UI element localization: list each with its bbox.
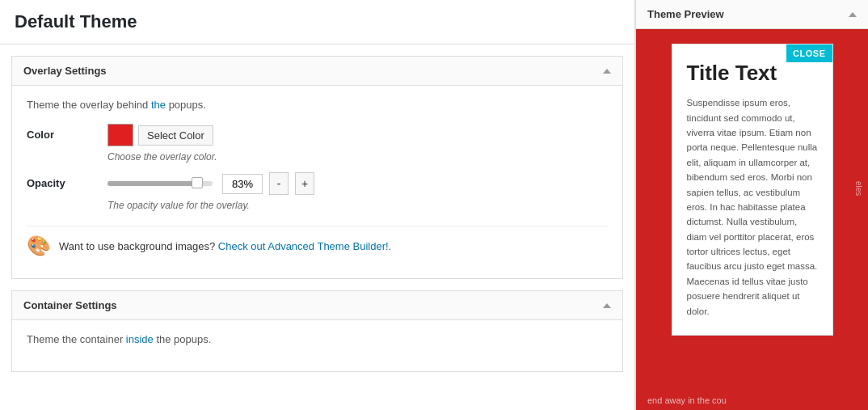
opacity-hint: The opacity value for the overlay. bbox=[107, 200, 608, 211]
overlay-section-title: Overlay Settings bbox=[23, 65, 107, 77]
preview-side-text: eles bbox=[854, 181, 863, 196]
select-color-button[interactable]: Select Color bbox=[138, 125, 213, 146]
color-field-row: Color Select Color Choose the overlay co… bbox=[27, 124, 608, 163]
preview-footer-text: end away in the cou bbox=[647, 395, 727, 405]
overlay-collapse-icon[interactable] bbox=[603, 69, 611, 74]
page-title: Default Theme bbox=[15, 11, 620, 32]
overlay-settings-section: Overlay Settings Theme the overlay behin… bbox=[11, 56, 623, 279]
preview-card: CLOSE Title Text Suspendisse ipsum eros,… bbox=[672, 44, 833, 336]
color-label: Color bbox=[27, 124, 107, 141]
right-panel: Theme Preview CLOSE Title Text Suspendis… bbox=[635, 0, 868, 410]
opacity-label: Opacity bbox=[27, 172, 107, 189]
color-hint: Choose the overlay color. bbox=[107, 151, 608, 163]
opacity-slider-thumb[interactable] bbox=[192, 177, 203, 188]
container-settings-section: Container Settings Theme the container i… bbox=[11, 290, 623, 372]
color-swatch[interactable] bbox=[107, 124, 133, 146]
container-collapse-icon[interactable] bbox=[603, 303, 611, 308]
promo-icon: 🎨 bbox=[27, 235, 51, 257]
color-row: Select Color bbox=[107, 124, 608, 146]
container-section-header: Container Settings bbox=[12, 291, 622, 320]
promo-link[interactable]: Check out Advanced Theme Builder!. bbox=[218, 240, 391, 252]
preview-title: Theme Preview bbox=[647, 8, 724, 20]
overlay-section-header: Overlay Settings bbox=[12, 57, 622, 86]
container-section-title: Container Settings bbox=[23, 299, 117, 311]
opacity-control-row: - + bbox=[107, 172, 608, 195]
color-field-content: Select Color Choose the overlay color. bbox=[107, 124, 608, 163]
preview-card-title: Title Text bbox=[687, 61, 818, 86]
opacity-field-row: Opacity - + The opacity value for the ov… bbox=[27, 172, 608, 211]
preview-close-button[interactable]: CLOSE bbox=[786, 44, 832, 62]
opacity-slider-fill bbox=[107, 181, 195, 186]
promo-text: Want to use background images? Check out… bbox=[59, 240, 391, 252]
preview-body: CLOSE Title Text Suspendisse ipsum eros,… bbox=[636, 29, 868, 410]
opacity-plus-button[interactable]: + bbox=[295, 172, 314, 195]
container-section-body: Theme the container inside the popups. bbox=[12, 320, 622, 371]
opacity-slider-track[interactable] bbox=[107, 181, 213, 186]
container-description: Theme the container inside the popups. bbox=[27, 333, 608, 345]
promo-row: 🎨 Want to use background images? Check o… bbox=[27, 226, 608, 265]
preview-collapse-icon[interactable] bbox=[849, 12, 857, 17]
overlay-section-body: Theme the overlay behind the popups. Col… bbox=[12, 86, 622, 278]
page-title-bar: Default Theme bbox=[0, 0, 634, 44]
preview-header: Theme Preview bbox=[636, 0, 868, 29]
opacity-minus-button[interactable]: - bbox=[269, 172, 289, 195]
overlay-description: Theme the overlay behind the popups. bbox=[27, 99, 608, 111]
left-panel: Default Theme Overlay Settings Theme the… bbox=[0, 0, 635, 410]
opacity-field-content: - + The opacity value for the overlay. bbox=[107, 172, 608, 211]
preview-card-body: Suspendisse ipsum eros, tincidunt sed co… bbox=[687, 95, 818, 319]
opacity-value-input[interactable] bbox=[222, 174, 263, 194]
